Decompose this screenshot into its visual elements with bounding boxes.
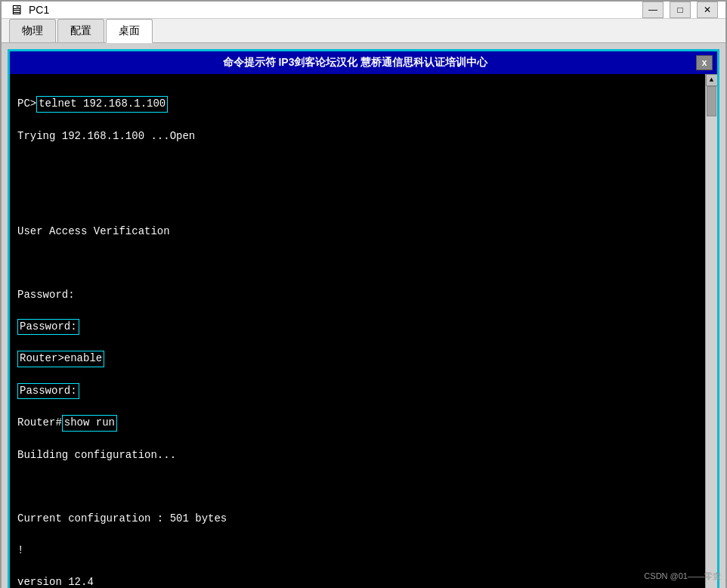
terminal-line-11: Router#show run: [17, 415, 698, 432]
terminal-line-10: Password:: [17, 383, 698, 400]
title-bar-left: 🖥 PC1: [9, 2, 49, 18]
terminal-line-15: !: [17, 543, 698, 559]
terminal-line-2: Trying 192.168.1.100 ...Open: [17, 128, 698, 144]
scrollbar-up-arrow[interactable]: ▲: [706, 74, 718, 86]
terminal-line-14: Current configuration : 501 bytes: [17, 511, 698, 527]
watermark: CSDN @01——零壹: [644, 571, 721, 582]
terminal-line-16: version 12.4: [17, 574, 698, 588]
main-window: 🖥 PC1 — □ ✕ 物理 配置 桌面 命令提示符 IP3剑客论坛汉化 慧桥通…: [0, 0, 727, 588]
boxed-showrun: show run: [62, 415, 117, 432]
boxed-password2: Password:: [17, 383, 79, 400]
tab-bar: 物理 配置 桌面: [2, 19, 725, 43]
terminal-line-8: Password:: [17, 319, 698, 336]
window-title: PC1: [29, 4, 49, 16]
terminal-line-12: Building configuration...: [17, 447, 698, 463]
terminal-line-1: PC>telnet 192.168.1.100: [17, 96, 698, 113]
maximize-button[interactable]: □: [670, 2, 691, 18]
tab-physical[interactable]: 物理: [9, 19, 56, 42]
terminal-body[interactable]: PC>telnet 192.168.1.100 Trying 192.168.1…: [10, 74, 705, 588]
terminal-body-wrapper: PC>telnet 192.168.1.100 Trying 192.168.1…: [10, 74, 717, 588]
terminal-close-button[interactable]: x: [696, 55, 713, 70]
close-button[interactable]: ✕: [697, 2, 718, 18]
scrollbar-track: [706, 86, 717, 588]
terminal-line-6: [17, 255, 698, 271]
terminal-title-text: 命令提示符 IP3剑客论坛汉化 慧桥通信思科认证培训中心: [14, 56, 696, 70]
app-icon: 🖥: [9, 2, 23, 18]
main-content: 命令提示符 IP3剑客论坛汉化 慧桥通信思科认证培训中心 x PC>telnet…: [2, 43, 725, 588]
terminal-title-bar: 命令提示符 IP3剑客论坛汉化 慧桥通信思科认证培训中心 x: [10, 51, 717, 74]
terminal-line-13: [17, 479, 698, 495]
terminal-window: 命令提示符 IP3剑客论坛汉化 慧桥通信思科认证培训中心 x PC>telnet…: [8, 49, 719, 588]
terminal-line-5: User Access Verification: [17, 224, 698, 240]
title-bar-controls: — □ ✕: [642, 2, 718, 18]
title-bar: 🖥 PC1 — □ ✕: [2, 2, 725, 19]
tab-config[interactable]: 配置: [57, 19, 104, 42]
terminal-line-9: Router>enable: [17, 351, 698, 367]
terminal-line-3: [17, 160, 698, 176]
minimize-button[interactable]: —: [642, 2, 664, 18]
tab-desktop[interactable]: 桌面: [106, 19, 153, 43]
boxed-password1: Password:: [17, 319, 79, 336]
boxed-telnet: telnet 192.168.1.100: [36, 96, 168, 113]
terminal-container: 命令提示符 IP3剑客论坛汉化 慧桥通信思科认证培训中心 x PC>telnet…: [8, 49, 719, 588]
scrollbar-thumb[interactable]: [707, 86, 716, 116]
boxed-enable: Router>enable: [17, 351, 104, 367]
terminal-scrollbar: ▲ ▼: [705, 74, 717, 588]
terminal-line-4: [17, 192, 698, 208]
terminal-line-7: Password:: [17, 287, 698, 303]
